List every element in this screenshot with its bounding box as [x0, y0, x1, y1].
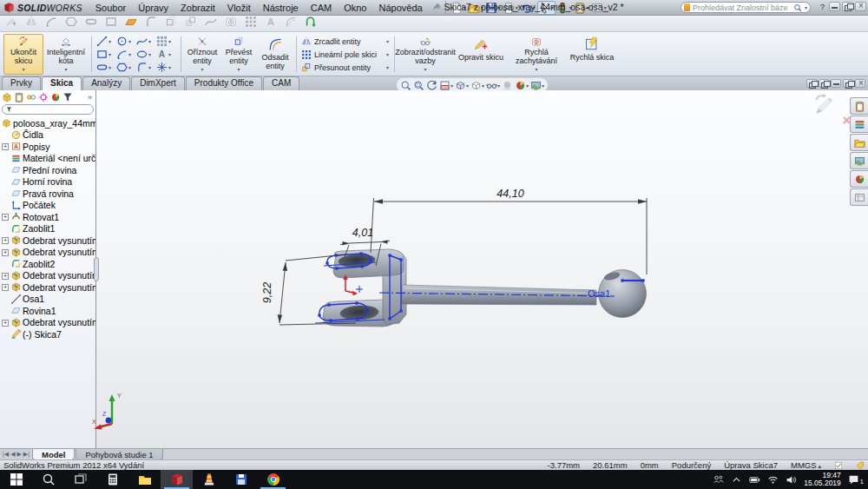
convert-icon[interactable]: [165, 16, 177, 31]
dimension-height-value[interactable]: 9,22: [261, 282, 273, 303]
taskbar-solidworks-button[interactable]: [161, 470, 193, 489]
custom-properties-tab[interactable]: [850, 188, 868, 206]
display-style-icon[interactable]: ▾: [470, 80, 484, 91]
tree-item[interactable]: + Popisy: [0, 141, 95, 153]
command-tab[interactable]: Analýzy: [82, 76, 130, 90]
doc-minimize-icon[interactable]: [831, 79, 841, 88]
expand-toggle[interactable]: +: [2, 320, 9, 327]
hide-show-items-icon[interactable]: ▾: [486, 80, 500, 91]
menu-item[interactable]: Zobrazit: [174, 2, 221, 14]
polygon-icon[interactable]: [65, 16, 77, 31]
pin-menu-icon[interactable]: [432, 3, 442, 12]
snap-icon[interactable]: [225, 16, 237, 31]
quick-snaps-button[interactable]: Rychlá zachytávání: [509, 34, 564, 75]
filter-tab-icon[interactable]: [62, 92, 73, 102]
knowledge-base-search[interactable]: Prohledávat Znalostní báze: [681, 2, 811, 13]
help-button[interactable]: ?: [818, 3, 827, 11]
zoom-to-area-icon[interactable]: [413, 80, 424, 91]
minimize-button[interactable]: [829, 2, 840, 11]
menu-item[interactable]: Nápověda: [372, 2, 428, 14]
menu-item[interactable]: Vložit: [221, 2, 257, 14]
menu-item[interactable]: Okno: [338, 2, 372, 14]
doc-close-icon[interactable]: [855, 79, 865, 88]
text-icon[interactable]: [265, 16, 277, 31]
dimension-width-value[interactable]: 4,01: [352, 227, 373, 239]
arc-icon[interactable]: [116, 48, 136, 61]
move-entities-button[interactable]: Přesunout entity: [299, 61, 391, 74]
tree-item[interactable]: Horní rovina: [0, 176, 95, 188]
property-manager-tab-icon[interactable]: [14, 92, 24, 102]
tree-item[interactable]: Čidla: [0, 129, 95, 142]
appearances-tab[interactable]: [850, 170, 868, 188]
tree-item[interactable]: + Odebrat vysunutím3: [0, 270, 95, 282]
units-selector[interactable]: MMGS: [791, 460, 821, 470]
expand-toggle[interactable]: +: [2, 273, 9, 280]
taskbar-task-view-button[interactable]: [64, 470, 96, 489]
slot-icon[interactable]: [96, 61, 116, 74]
taskbar-chrome-button[interactable]: [257, 470, 289, 489]
more-tabs-chevron[interactable]: [88, 93, 94, 102]
menu-item[interactable]: Úpravy: [132, 2, 174, 14]
configuration-manager-tab-icon[interactable]: [26, 92, 36, 102]
arc-icon[interactable]: [45, 16, 57, 31]
rectangle-icon[interactable]: [96, 48, 116, 61]
command-tab[interactable]: Skica: [42, 76, 82, 90]
expand-toggle[interactable]: +: [2, 284, 9, 291]
spline-icon[interactable]: [136, 35, 156, 48]
file-explorer-tab[interactable]: [850, 134, 868, 151]
repair-sketch-button[interactable]: Opravit skicu: [453, 34, 509, 75]
command-tab[interactable]: Produkty Office: [186, 76, 262, 90]
point-icon[interactable]: [156, 61, 176, 74]
rapid-sketch-button[interactable]: Rychlá skica: [564, 34, 620, 75]
model-scene[interactable]: 44,10 4,01 9,22 Osa1: [96, 90, 868, 448]
sketch-ink-icon[interactable]: [5, 16, 17, 31]
volume-icon[interactable]: [786, 474, 797, 486]
taskbar-start-button[interactable]: [0, 470, 32, 489]
wifi-icon[interactable]: [767, 474, 779, 486]
trim-entities-button[interactable]: Oříznout entity: [184, 34, 220, 75]
taskbar-disk-app-button[interactable]: [225, 470, 257, 489]
taskbar-search-button[interactable]: [32, 470, 64, 489]
rectangle-icon[interactable]: [105, 16, 117, 31]
mirror-entities-button[interactable]: Zrcadlit entity: [299, 35, 391, 48]
confirm-sketch-icon[interactable]: [812, 94, 835, 116]
expand-toggle[interactable]: +: [2, 249, 9, 256]
tab-scroll-arrows[interactable]: |◀ ◀ ▶ ▶|: [0, 449, 32, 459]
tree-item[interactable]: + Odebrat vysunutím2: [0, 247, 95, 259]
resources-tab[interactable]: [850, 97, 868, 115]
section-view-icon[interactable]: ▾: [439, 80, 453, 91]
dimension-length-value[interactable]: 44,10: [496, 188, 523, 200]
display-delete-relations-button[interactable]: Zobrazit/odstranit vazby: [398, 34, 453, 75]
style-spline-icon[interactable]: [305, 16, 317, 31]
tree-item[interactable]: Pravá rovina: [0, 188, 95, 200]
mirror-icon[interactable]: [25, 16, 37, 31]
tree-item[interactable]: (-) Skica7: [0, 328, 95, 340]
tree-item[interactable]: + Odebrat vysunutím5: [0, 317, 95, 329]
expand-toggle[interactable]: +: [2, 143, 9, 150]
smart-dimension-button[interactable]: Inteligentní kóta: [43, 34, 89, 75]
plane-icon[interactable]: [125, 16, 137, 31]
pattern-icon[interactable]: [245, 16, 257, 31]
move-icon[interactable]: [185, 16, 197, 31]
offset-icon[interactable]: [285, 16, 297, 31]
tree-item[interactable]: Přední rovina: [0, 164, 95, 176]
design-library-tab[interactable]: [850, 116, 868, 133]
taskbar-vlc-button[interactable]: [193, 470, 225, 489]
tree-item[interactable]: + Odebrat vysunutím4: [0, 281, 95, 294]
quick-tips-icon[interactable]: [856, 461, 865, 470]
convert-entities-button[interactable]: Převést entity: [220, 34, 257, 75]
tree-item[interactable]: Osa1: [0, 294, 95, 306]
tags-icon[interactable]: [834, 461, 843, 470]
menu-item[interactable]: Nástroje: [257, 2, 305, 14]
axis-label[interactable]: Osa1: [588, 288, 610, 299]
polygon-icon[interactable]: [116, 61, 136, 74]
view-orientation-icon[interactable]: ▾: [455, 80, 469, 91]
tree-item[interactable]: Zaoblit2: [0, 258, 95, 270]
graphics-viewport[interactable]: 44,10 4,01 9,22 Osa1: [96, 90, 868, 448]
command-tab[interactable]: CAM: [263, 76, 299, 90]
command-tab[interactable]: Prvky: [2, 76, 41, 90]
menu-item[interactable]: CAM: [305, 2, 338, 14]
line-icon[interactable]: [96, 35, 116, 48]
tree-root-item[interactable]: poloosa_xray_44mm_osa-os: [0, 117, 95, 129]
feature-filter-input[interactable]: [14, 105, 89, 114]
